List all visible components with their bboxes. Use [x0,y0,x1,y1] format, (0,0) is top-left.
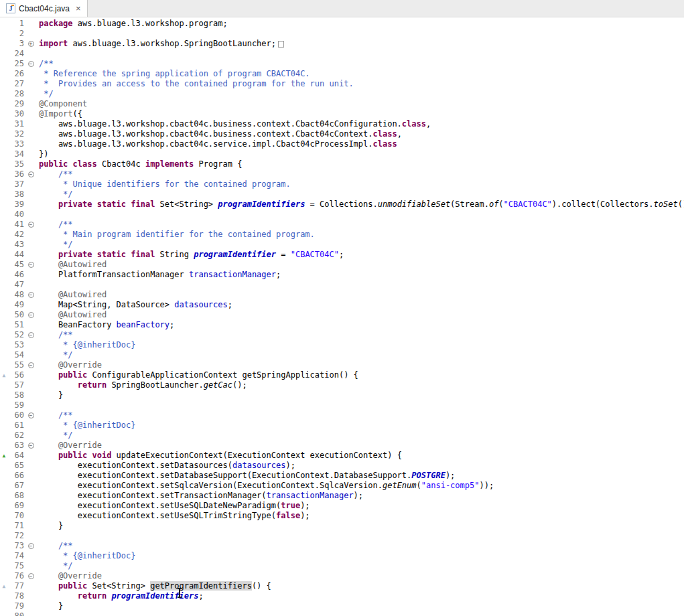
code-line[interactable]: 48− @Autowired [0,290,684,300]
code-text: executionContext.setDatasources(datasour… [36,461,295,471]
code-line[interactable]: 43 */ [0,240,684,250]
code-line[interactable]: 50− @Autowired [0,310,684,320]
code-line[interactable]: 72 [0,531,684,541]
fold-collapse-icon[interactable]: − [25,169,36,179]
annotation-ruler [0,350,8,360]
code-line[interactable]: 76− @Override [0,571,684,581]
fold-collapse-icon[interactable]: − [25,220,36,230]
code-line[interactable]: 53 * {@inheritDoc} [0,340,684,350]
code-line[interactable]: 61 * {@inheritDoc} [0,420,684,431]
overrides-marker-icon[interactable]: ▲ [0,581,8,591]
code-line[interactable]: 29@Component [0,99,684,109]
code-line[interactable]: 78 return programIdentifiers; [0,591,684,601]
code-line[interactable]: 41− /** [0,220,684,230]
code-line[interactable]: 52− /** [0,330,684,340]
code-line[interactable]: ▲77 public Set<String> getProgramIdentif… [0,581,684,591]
fold-collapse-icon[interactable]: − [25,571,36,581]
code-line[interactable]: 45− @Autowired [0,260,684,270]
code-editor[interactable]: 1package aws.bluage.l3.workshop.program;… [0,17,684,616]
code-line[interactable]: 28 */ [0,89,684,99]
annotation-ruler [0,481,8,491]
line-number: 55 [8,360,25,370]
code-line[interactable]: 55− @Override [0,360,684,370]
code-line[interactable]: 63− @Override [0,441,684,451]
code-line[interactable]: 38 */ [0,189,684,200]
line-number: 35 [8,159,25,169]
fold-collapse-icon[interactable]: − [25,260,36,270]
code-line[interactable]: 54 */ [0,350,684,360]
code-line[interactable]: 40 [0,210,684,220]
code-line[interactable]: 3+import aws.bluage.l3.workshop.SpringBo… [0,39,684,49]
overrides-marker-icon[interactable]: ▲ [0,370,8,380]
code-text: * {@inheritDoc} [36,420,136,431]
code-line[interactable]: 58 } [0,390,684,400]
code-line[interactable]: 35public class Cbact04c implements Progr… [0,159,684,169]
code-line[interactable]: 42 * Main program identifier for the con… [0,230,684,240]
code-line[interactable]: 27 * Provides an access to the contained… [0,79,684,89]
code-line[interactable]: 75 */ [0,561,684,571]
code-line[interactable]: 36− /** [0,169,684,179]
code-line[interactable]: 57 return SpringBootLauncher.getCac(); [0,380,684,390]
fold-column [25,461,36,471]
code-line[interactable]: 73− /** [0,541,684,551]
fold-collapse-icon[interactable]: − [25,310,36,320]
line-number: 27 [8,79,25,89]
code-line[interactable]: 34}) [0,149,684,159]
close-icon[interactable]: × [76,4,81,13]
tab-bar: J Cbact04c.java × [0,0,684,17]
code-line[interactable]: 66 executionContext.setDatabaseSupport(E… [0,471,684,481]
code-line[interactable]: 70 executionContext.setUseSQLTrimStringT… [0,511,684,521]
fold-collapse-icon[interactable]: − [25,360,36,370]
code-line[interactable]: 2 [0,29,684,39]
implements-marker-icon[interactable]: ▲ [0,451,8,461]
code-line[interactable]: 39 private static final Set<String> prog… [0,200,684,210]
fold-column [25,159,36,169]
code-line[interactable]: 51 BeanFactory beanFactory; [0,320,684,330]
code-line[interactable]: 74 * {@inheritDoc} [0,551,684,561]
code-line[interactable]: 68 executionContext.setTransactionManage… [0,491,684,501]
annotation-ruler [0,250,8,260]
collapsed-region-icon[interactable] [278,41,284,48]
fold-collapse-icon[interactable]: − [25,330,36,340]
code-text: @Autowired [36,290,107,300]
code-line[interactable]: 31 aws.bluage.l3.workshop.cbact04c.busin… [0,119,684,129]
fold-expand-icon[interactable]: + [25,39,36,49]
code-line[interactable]: 49 Map<String, DataSource> datasources; [0,300,684,310]
tab-cbact04c-java[interactable]: J Cbact04c.java × [0,0,88,17]
code-text: /** [36,59,54,69]
code-line[interactable]: 65 executionContext.setDatasources(datas… [0,461,684,471]
line-number: 52 [8,330,25,340]
code-line[interactable]: 67 executionContext.setSqlcaVersion(Exec… [0,481,684,491]
code-line[interactable]: ▲64 public void updateExecutionContext(E… [0,451,684,461]
fold-collapse-icon[interactable]: − [25,441,36,451]
code-line[interactable]: 62 */ [0,431,684,441]
code-line[interactable]: 30@Import({ [0,109,684,119]
code-line[interactable]: ▲56 public ConfigurableApplicationContex… [0,370,684,380]
code-line[interactable]: 60− /** [0,410,684,420]
code-line[interactable]: 46 PlatformTransactionManager transactio… [0,270,684,280]
fold-collapse-icon[interactable]: − [25,410,36,420]
line-number: 25 [8,59,25,69]
code-line[interactable]: 71 } [0,521,684,531]
annotation-ruler [0,280,8,290]
code-line[interactable]: 32 aws.bluage.l3.workshop.cbact04c.busin… [0,129,684,139]
line-number: 44 [8,250,25,260]
code-line[interactable]: 47 [0,280,684,290]
code-line[interactable]: 79 } [0,601,684,611]
code-line[interactable]: 59 [0,400,684,410]
annotation-ruler [0,29,8,39]
fold-collapse-icon[interactable]: − [25,59,36,69]
fold-collapse-icon[interactable]: − [25,290,36,300]
code-line[interactable]: 1package aws.bluage.l3.workshop.program; [0,19,684,29]
code-line[interactable]: 24 [0,49,684,59]
fold-collapse-icon[interactable]: − [25,541,36,551]
code-line[interactable]: 26 * Reference the spring application of… [0,69,684,79]
code-line[interactable]: 44 private static final String programId… [0,250,684,260]
code-line[interactable]: 25−/** [0,59,684,69]
code-line[interactable]: 37 * Unique identifiers for the containe… [0,179,684,189]
code-line[interactable]: 80 [0,611,684,616]
code-text: executionContext.setDatabaseSupport(Exec… [36,471,455,481]
fold-column [25,119,36,129]
code-line[interactable]: 69 executionContext.setUseSQLDateNewPara… [0,501,684,511]
code-line[interactable]: 33 aws.bluage.l3.workshop.cbact04c.servi… [0,139,684,149]
